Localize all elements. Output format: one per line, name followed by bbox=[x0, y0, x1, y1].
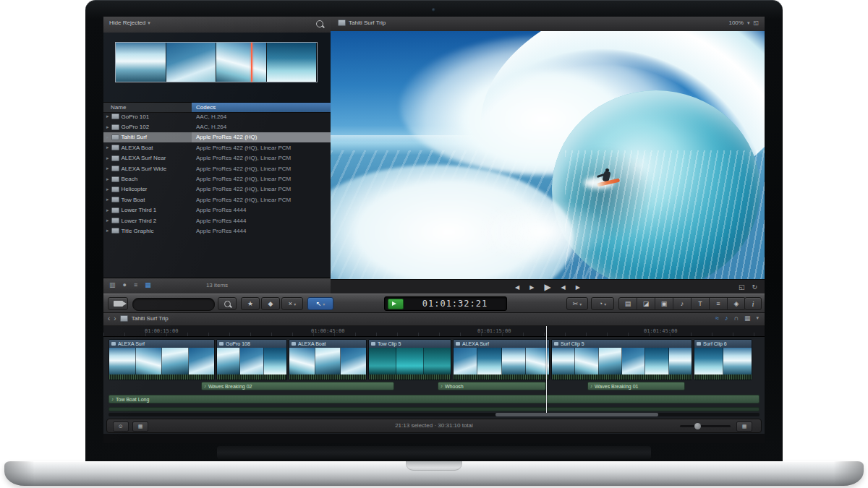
clip-thumbnail bbox=[264, 348, 286, 374]
unrate-button[interactable]: ◆ bbox=[261, 297, 280, 310]
clip-thumbnail bbox=[454, 348, 477, 374]
prev-edit-button[interactable]: ◀ bbox=[515, 284, 519, 291]
disclosure-icon[interactable]: ▸ bbox=[106, 134, 109, 140]
clip-row[interactable]: ▸BeachApple ProRes 422 (HQ), Linear PCM bbox=[103, 174, 331, 184]
timeline-clip[interactable]: Surf Clip 5 bbox=[551, 339, 692, 380]
clip-row[interactable]: ▸ALEXA BoatApple ProRes 422 (HQ), Linear… bbox=[103, 142, 331, 153]
timeline-clip[interactable]: Surf Clip 6 bbox=[694, 339, 752, 380]
timecode-display[interactable]: 01:01:32:21 bbox=[384, 296, 507, 311]
filmstrip-thumbnail[interactable] bbox=[267, 43, 318, 82]
play-button[interactable]: ▶ bbox=[544, 282, 550, 292]
import-button[interactable] bbox=[108, 297, 128, 310]
audio-clip[interactable]: ♪Whoosh bbox=[438, 382, 546, 390]
clip-row[interactable]: ▸ALEXA Surf NearApple ProRes 422 (HQ), L… bbox=[103, 153, 331, 163]
search-button[interactable] bbox=[218, 297, 237, 310]
history-back-button[interactable]: ‹ bbox=[108, 314, 110, 322]
zoom-level[interactable]: 100% bbox=[728, 20, 743, 26]
next-edit-button[interactable]: ▶ bbox=[529, 284, 534, 291]
background-tasks-indicator[interactable] bbox=[132, 298, 215, 311]
clip-thumbnail bbox=[694, 348, 723, 374]
blade-tool-dropdown[interactable]: ✂ ▾ bbox=[566, 297, 588, 310]
long-audio-clip[interactable]: ♪ Tow Boat Long bbox=[109, 395, 760, 403]
zoom-slider-knob[interactable] bbox=[694, 423, 701, 429]
next-frame-button[interactable]: ▶ bbox=[576, 284, 580, 291]
timeline-ruler[interactable]: 01:00:15:0001:00:45:0001:01:15:0001:01:4… bbox=[103, 326, 765, 337]
audio-skimming-toggle[interactable]: ♪ bbox=[725, 314, 728, 322]
music-browser-button[interactable]: ♪ bbox=[673, 298, 692, 309]
filmstrip-thumbnail[interactable] bbox=[216, 43, 267, 82]
disclosure-icon[interactable]: ▸ bbox=[106, 155, 109, 161]
audio-lane[interactable] bbox=[109, 407, 760, 411]
clip-row[interactable]: ▸Tahiti SurfApple ProRes 422 (HQ) bbox=[103, 132, 331, 142]
event-filmstrip[interactable] bbox=[116, 43, 317, 82]
effects-browser-button[interactable]: ▤ bbox=[619, 298, 637, 309]
webcam bbox=[432, 8, 435, 12]
audio-clip[interactable]: ♪Waves Breaking 02 bbox=[201, 382, 394, 390]
clip-row[interactable]: ▸GoPro 102AAC, H.264 bbox=[103, 121, 331, 132]
filmstrip-thumbnail[interactable] bbox=[166, 43, 217, 82]
clip-icon bbox=[111, 197, 119, 202]
clip-row[interactable]: ▸ALEXA Surf WideApple ProRes 422 (HQ), L… bbox=[103, 163, 331, 174]
reject-icon: × bbox=[289, 300, 292, 307]
photos-browser-button[interactable]: ▣ bbox=[655, 298, 673, 309]
disclosure-icon[interactable]: ▸ bbox=[106, 218, 109, 223]
clock-icon: ◔ bbox=[599, 300, 603, 307]
disclosure-icon[interactable]: ▸ bbox=[106, 145, 109, 150]
prev-frame-button[interactable]: ◀ bbox=[561, 284, 566, 291]
viewer-options-icon[interactable]: ◱ bbox=[753, 20, 759, 26]
reject-button[interactable]: × ▾ bbox=[281, 297, 303, 310]
text-browser-button[interactable]: T bbox=[692, 298, 710, 309]
snapping-toggle[interactable]: ∩ bbox=[734, 314, 739, 322]
disclosure-icon[interactable]: ▸ bbox=[106, 166, 109, 171]
disclosure-icon[interactable]: ▸ bbox=[106, 197, 109, 202]
filter-dropdown[interactable]: Hide Rejected ▾ bbox=[109, 20, 150, 26]
skimming-toggle[interactable]: ≈ bbox=[715, 314, 719, 322]
video-canvas[interactable] bbox=[331, 31, 765, 279]
history-forward-button[interactable]: › bbox=[114, 314, 116, 322]
clip-row[interactable]: ▸Title GraphicApple ProRes 4444 bbox=[103, 226, 331, 236]
disclosure-icon[interactable]: ▸ bbox=[106, 114, 109, 119]
clip-row[interactable]: ▸GoPro 101AAC, H.264 bbox=[103, 111, 331, 121]
favorite-button[interactable]: ★ bbox=[241, 297, 260, 310]
audio-clip[interactable]: ♪Waves Breaking 01 bbox=[587, 382, 685, 390]
clip-appearance-button[interactable]: ▦ bbox=[744, 314, 751, 322]
timeline-clip[interactable]: GoPro 108 bbox=[216, 339, 287, 380]
filmstrip-thumbnail[interactable] bbox=[116, 43, 166, 82]
timeline-clip[interactable]: Tow Clip 5 bbox=[368, 339, 451, 380]
clip-icon bbox=[111, 124, 119, 130]
disclosure-icon[interactable]: ▸ bbox=[106, 176, 109, 182]
clip-thumbnail bbox=[599, 348, 622, 374]
zoom-slider[interactable] bbox=[680, 425, 731, 427]
transitions-browser-button[interactable]: ◪ bbox=[637, 298, 655, 309]
clip-appearance-button[interactable]: ▦ bbox=[736, 421, 752, 432]
disclosure-icon[interactable]: ▸ bbox=[106, 124, 109, 130]
clip-row[interactable]: ▸HelicopterApple ProRes 422 (HQ), Linear… bbox=[103, 184, 331, 194]
themes-browser-button[interactable]: ◈ bbox=[728, 298, 745, 309]
scrollbar-thumb[interactable] bbox=[495, 413, 658, 416]
timeline-clip[interactable]: ALEXA Surf bbox=[453, 339, 550, 380]
macbook-pro-mockup: Hide Rejected ▾ Name Codecs ▸GoPro 101AA… bbox=[0, 0, 868, 488]
clip-row[interactable]: ▸Tow BoatApple ProRes 422 (HQ), Linear P… bbox=[103, 194, 331, 205]
laptop-lid: Hide Rejected ▾ Name Codecs ▸GoPro 101AA… bbox=[85, 0, 783, 463]
audio-icon: ♪ bbox=[590, 384, 592, 388]
disclosure-icon[interactable]: ▸ bbox=[106, 207, 109, 213]
search-icon[interactable] bbox=[316, 20, 323, 27]
inspector-button[interactable]: i bbox=[744, 297, 762, 310]
clip-row[interactable]: ▸Lower Third 2Apple ProRes 4444 bbox=[103, 215, 331, 226]
disclosure-icon[interactable]: ▸ bbox=[106, 228, 109, 234]
timeline-clip[interactable]: ALEXA Boat bbox=[289, 339, 367, 380]
fullscreen-button[interactable]: ◱ bbox=[739, 283, 745, 291]
clip-icon bbox=[111, 228, 119, 234]
clip-icon bbox=[111, 145, 119, 150]
loop-button[interactable]: ↻ bbox=[752, 283, 757, 291]
timeline-clip[interactable]: ALEXA Surf bbox=[109, 339, 215, 380]
playhead[interactable] bbox=[546, 326, 547, 413]
import-camera-icon bbox=[114, 301, 123, 307]
select-tool-button[interactable]: ↖ ▾ bbox=[307, 297, 333, 310]
retime-dropdown[interactable]: ◔ ▾ bbox=[591, 297, 614, 310]
timeline-statusbar: ⊙ ▦ 21:13 selected · 30:31:10 total ▦ bbox=[106, 419, 762, 433]
clip-row[interactable]: ▸Lower Third 1Apple ProRes 4444 bbox=[103, 205, 331, 215]
titles-browser-button[interactable]: ≡ bbox=[710, 298, 728, 309]
disclosure-icon[interactable]: ▸ bbox=[106, 187, 109, 192]
clip-name: ALEXA Surf Wide bbox=[122, 166, 167, 172]
